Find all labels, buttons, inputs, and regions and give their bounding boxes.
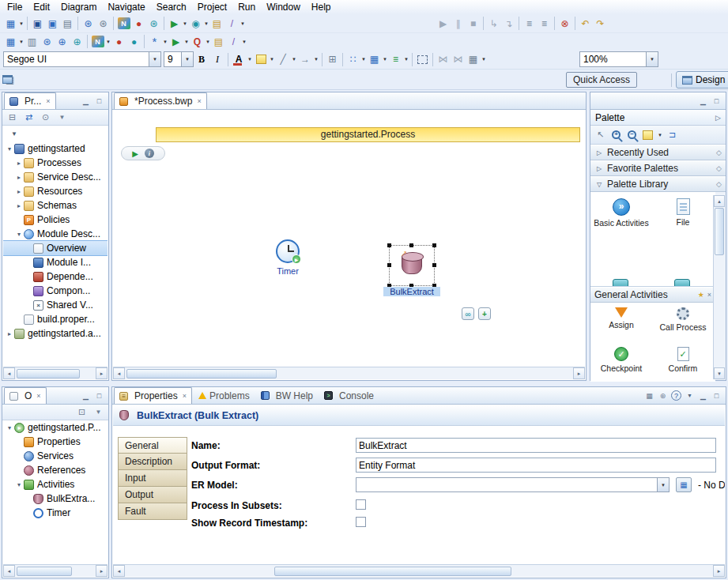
dropdown-arrow[interactable]: ▼ [241, 40, 247, 44]
menu-project[interactable]: Project [192, 0, 232, 14]
palette-section-favorites[interactable]: ▷ Favorite Palettes ◇ [590, 160, 726, 176]
menu-help[interactable]: Help [306, 0, 337, 14]
new-wizard-icon[interactable]: ▦ [3, 16, 18, 31]
dropdown-arrow[interactable]: ▼ [105, 40, 111, 44]
tree-item-module-includes[interactable]: Module I... [3, 255, 108, 269]
close-icon[interactable]: × [36, 392, 40, 400]
open-perspective-icon[interactable] [0, 72, 15, 87]
tree-item-activities[interactable]: ▾Activities [3, 477, 108, 491]
scrollbar-thumb[interactable] [17, 567, 72, 576]
add-activity-icon[interactable]: + [478, 307, 491, 320]
tab-process-bwp[interactable]: *Process.bwp × [114, 92, 207, 109]
scroll-left-icon[interactable]: ◂ [113, 565, 125, 577]
properties-horizontal-scrollbar[interactable]: ◂ ▸ [113, 564, 725, 577]
fill-color-button[interactable] [253, 51, 269, 67]
settings-icon[interactable]: ⊛ [658, 391, 668, 401]
expand-arrow-icon[interactable]: ▽ [594, 181, 604, 188]
tree-item-process[interactable]: ▾▸gettingstarted.P... [3, 420, 108, 435]
expand-arrow-icon[interactable]: ▸ [5, 330, 14, 337]
pin-icon[interactable]: ◇ [716, 164, 722, 172]
expand-arrow-icon[interactable]: ▸ [14, 174, 24, 181]
selection-mode-icon[interactable] [415, 52, 430, 67]
menu-edit[interactable]: Edit [28, 0, 55, 14]
palette-item-file[interactable]: File [655, 198, 711, 227]
run-icon[interactable]: ▶ [167, 16, 182, 31]
font-family-combo[interactable]: Segoe UI ▼ [3, 51, 161, 67]
scroll-right-icon[interactable]: ▸ [96, 565, 108, 577]
palette-item-basic-activities[interactable]: » Basic Activities [594, 198, 649, 228]
stop-icon[interactable]: ■ [466, 16, 481, 31]
deploy-globe-icon[interactable]: ⊕ [55, 34, 70, 49]
scroll-right-icon[interactable]: ▸ [96, 367, 108, 379]
pause-icon[interactable]: ∥ [451, 16, 466, 31]
tree-item-policies[interactable]: PPolicies [3, 213, 108, 227]
menu-navigate[interactable]: Navigate [102, 0, 150, 14]
align-shapes-icon[interactable]: ▦ [367, 52, 382, 67]
dropdown-arrow[interactable]: ▼ [269, 57, 275, 62]
tree-item-overview[interactable]: Overview [3, 241, 108, 255]
select-layout-icon[interactable]: ∷ [345, 52, 360, 67]
dropdown-arrow[interactable]: ▼ [203, 21, 209, 26]
note-tool-icon[interactable] [641, 129, 654, 141]
tab-project-explorer[interactable]: Pr... × [4, 92, 56, 109]
er-model-browse-button[interactable]: ▦ [676, 477, 692, 492]
dropdown-arrow[interactable]: ▼ [18, 21, 25, 26]
palette-item-confirm[interactable]: Confirm [655, 347, 711, 373]
create-link-icon[interactable]: ∞ [462, 307, 474, 320]
palette-item-partial-icon[interactable] [674, 279, 690, 287]
font-color-button[interactable]: A [231, 51, 247, 67]
settings-icon[interactable]: ⊛ [96, 16, 111, 31]
tab-properties[interactable]: ≡ Properties × [114, 387, 192, 404]
link-with-editor-icon[interactable]: ⇄ [22, 111, 36, 124]
collapse-all-icon[interactable]: ⊟ [6, 111, 19, 124]
tab-bw-help[interactable]: BW Help [256, 387, 318, 404]
close-icon[interactable]: × [197, 97, 201, 105]
show-record-timestamp-checkbox[interactable] [356, 517, 366, 527]
tree-item-resources[interactable]: ▸Resources [3, 184, 108, 198]
palette-item-partial-icon[interactable] [613, 279, 628, 287]
bw-application-icon[interactable]: N [116, 16, 131, 31]
selection-handle[interactable] [432, 263, 436, 267]
debug-icon[interactable]: ◉ [188, 16, 203, 31]
scrollbar-thumb[interactable] [274, 567, 511, 576]
tree-item-services[interactable]: Services [3, 449, 108, 463]
palette-vertical-scrollbar[interactable]: ▴ ▾ [713, 195, 725, 379]
er-model-combo[interactable]: ▼ [356, 477, 670, 492]
dropdown-arrow[interactable]: ▼ [182, 21, 188, 26]
tree-item-components[interactable]: Compon... [3, 284, 108, 298]
italic-button[interactable]: I [209, 51, 225, 67]
palette-menu-arrow-icon[interactable]: ▷ [715, 114, 721, 122]
tree-item-bulkextract[interactable]: BulkExtra... [3, 491, 108, 506]
explorer-horizontal-scrollbar[interactable]: ◂ ▸ [3, 367, 108, 379]
font-size-combo[interactable]: 9 ▼ [164, 51, 194, 67]
message-icon[interactable]: ▤ [211, 34, 226, 49]
side-tab-fault[interactable]: Fault [118, 503, 187, 520]
palette-item-checkpoint[interactable]: ✓ Checkpoint [594, 347, 649, 373]
dropdown-arrow[interactable]: ▼ [657, 133, 663, 137]
process-gears-icon[interactable]: ⊛ [40, 34, 55, 49]
scroll-left-icon[interactable]: ◂ [113, 367, 125, 379]
close-icon[interactable]: × [183, 392, 187, 400]
table-icon[interactable]: ⊞ [325, 52, 340, 67]
tree-item-schemas[interactable]: ▸Schemas [3, 198, 108, 213]
menu-diagram[interactable]: Diagram [55, 0, 102, 14]
quick-access-box[interactable]: Quick Access [566, 72, 637, 88]
line-style-button[interactable]: ╱ [275, 51, 291, 67]
design-perspective-button[interactable]: Design [676, 71, 728, 89]
tab-problems[interactable]: Problems [194, 387, 255, 404]
sync-globe-icon[interactable]: ⊕ [70, 34, 85, 49]
selection-handle[interactable] [387, 243, 391, 247]
tree-item-gettingstarted[interactable]: ▾gettingstarted [3, 141, 108, 156]
tree-item-processes[interactable]: ▸Processes [3, 156, 108, 170]
clear-icon[interactable]: ⊗ [557, 16, 572, 31]
bold-button[interactable]: B [194, 51, 209, 67]
run-process-icon[interactable]: ▶ [132, 149, 138, 158]
build-icon[interactable]: ⊛ [81, 16, 96, 31]
terminate-toggle-icon[interactable]: ● [131, 16, 146, 31]
process-canvas[interactable]: gettingstarted.Process ▶ i ▶ Timer [113, 110, 585, 367]
minimize-icon[interactable]: ▁ [81, 391, 91, 401]
focus-icon[interactable]: ⊙ [39, 111, 52, 124]
snowflake-icon[interactable]: * [147, 34, 162, 49]
dropdown-arrow[interactable]: ▼ [240, 21, 246, 26]
selection-handle[interactable] [432, 243, 436, 247]
